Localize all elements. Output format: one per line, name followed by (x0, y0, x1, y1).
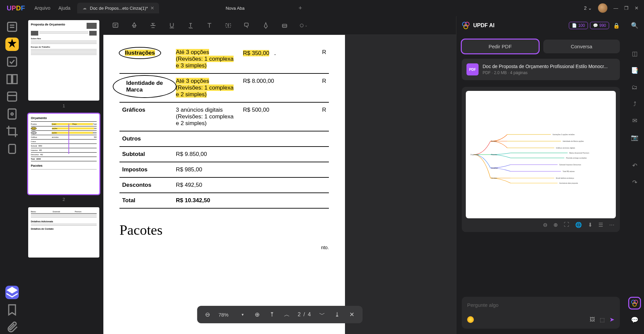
page-thumbnail-2[interactable]: Orçamento ProdutoQuantPreçoTotal Ilustro… (28, 114, 99, 194)
mindmap-web-icon[interactable]: 🌐 (575, 222, 582, 228)
document-page[interactable]: Ilustrações Até 3 opções(Revisões: 1 com… (103, 35, 345, 334)
rail-crop-icon[interactable] (5, 125, 19, 138)
mindmap-more-icon[interactable]: ⋯ (609, 222, 614, 228)
svg-rect-11 (113, 23, 118, 27)
callout-icon[interactable] (243, 21, 251, 30)
squiggly-icon[interactable] (187, 21, 195, 30)
rail-organize-icon[interactable] (5, 72, 19, 86)
mindmap-zoom-out-icon[interactable]: ⊖ (543, 222, 547, 228)
minimize-icon[interactable]: — (613, 5, 618, 11)
underline-icon[interactable] (168, 21, 176, 30)
ai-chat-badge[interactable]: 💬 990 (590, 22, 609, 29)
lock-icon[interactable]: 🔒 (613, 22, 620, 29)
redo-icon[interactable]: ↷ (629, 177, 640, 188)
last-page-icon[interactable]: ⤓ (333, 311, 341, 318)
rail-reader-icon[interactable] (5, 20, 19, 34)
mindmap-zoom-in-icon[interactable]: ⊕ (553, 222, 558, 228)
rail-edit-icon[interactable] (5, 55, 19, 68)
shape-icon[interactable]: ⌄ (299, 21, 307, 30)
row-price: R$ 500,00 (240, 102, 311, 131)
convert-icon[interactable]: 📑 (629, 65, 640, 76)
svg-rect-4 (7, 75, 11, 84)
mindmap-fit-icon[interactable]: ⛶ (564, 222, 569, 228)
crop-icon[interactable]: ⬚ (600, 317, 605, 323)
ai-document-card[interactable]: PDF Doc de Proposta de Orçamento Profiss… (462, 59, 620, 80)
ai-input-placeholder: Pergunte algo (467, 302, 614, 308)
rail-comment-icon[interactable] (5, 38, 19, 51)
document-tab-active[interactable]: ☁ Doc de Propos...eto Cinza(1)* ✕ (77, 3, 159, 13)
note-icon[interactable] (111, 21, 119, 30)
rail-attachment-icon[interactable] (5, 321, 19, 334)
menu-ajuda[interactable]: Ajuda (58, 5, 70, 11)
ai-assistant-icon[interactable] (629, 298, 640, 309)
page-indicator[interactable]: 2 / 4 (298, 312, 311, 318)
rail-tools-icon[interactable] (5, 90, 19, 103)
prev-page-icon[interactable]: ︿ (283, 311, 291, 319)
svg-text:Identidade de Marca opções: Identidade de Marca opções (563, 140, 584, 142)
page-thumbnail-3[interactable]: BásicoEssencialPremium Detalhes Adiciona… (28, 207, 99, 258)
mindmap-preview[interactable]: Orçamento EscopoPacotesDetalhesContato I… (466, 91, 616, 218)
svg-rect-14 (133, 25, 135, 27)
ai-input-box[interactable]: Pergunte algo 🖼 ⬚ ➤ (462, 297, 620, 329)
batch-icon[interactable]: 🗂 (629, 82, 640, 93)
row-r: R (311, 45, 329, 73)
first-page-icon[interactable]: ⤒ (268, 311, 276, 318)
image-icon[interactable]: 🖼 (590, 317, 595, 323)
mindmap-download-icon[interactable]: ⬇ (588, 222, 592, 228)
zoom-in-icon[interactable]: ⊕ (253, 311, 261, 318)
svg-rect-5 (13, 75, 17, 84)
close-icon[interactable]: ✕ (150, 5, 154, 11)
rail-bookmark-icon[interactable] (5, 303, 19, 317)
highlight-icon[interactable] (130, 21, 138, 30)
pencil-icon[interactable] (262, 21, 270, 30)
row-label: Subtotal (119, 147, 173, 162)
zoom-dropdown-icon[interactable]: ▾ (239, 312, 247, 317)
row-price: R$ 350,00 (243, 50, 269, 56)
document-tab-new[interactable]: Nova Aba (221, 3, 249, 13)
eraser-icon[interactable] (281, 21, 289, 30)
rail-protect-icon[interactable] (5, 107, 19, 121)
maximize-icon[interactable]: ❐ (624, 5, 629, 11)
mindmap-list-icon[interactable]: ☰ (598, 222, 603, 228)
menu-arquivo[interactable]: Arquivo (34, 5, 50, 11)
email-icon[interactable]: ✉ (629, 115, 640, 126)
window-count[interactable]: 2 ⌄ (584, 5, 592, 11)
new-tab-icon[interactable]: + (298, 5, 303, 11)
zoom-percent[interactable]: 78% (218, 312, 232, 318)
svg-text:Email telefone endereço: Email telefone endereço (556, 177, 574, 179)
zoom-out-icon[interactable]: ⊖ (204, 311, 212, 318)
pdf-icon: PDF (466, 63, 479, 75)
text-icon[interactable] (205, 21, 213, 30)
rail-page-icon[interactable] (5, 142, 19, 156)
row-desc: e 2 simples) (176, 120, 207, 126)
close-window-icon[interactable]: ✕ (635, 5, 639, 11)
user-avatar[interactable] (598, 3, 607, 13)
textbox-icon[interactable] (224, 21, 232, 30)
share-icon[interactable]: ⤴ (629, 99, 640, 109)
rail-layers-icon[interactable] (5, 286, 19, 299)
ai-credits-badge[interactable]: 📄 100 (569, 22, 588, 29)
row-label: Ilustrações (125, 50, 155, 56)
page-thumbnail-1[interactable]: Proposta de Orçamento Sobre Nós Escopo d… (28, 20, 99, 101)
ai-tab-pedir[interactable]: Pedir PDF (462, 40, 539, 53)
row-r: R (311, 73, 329, 102)
close-zoom-icon[interactable]: ✕ (348, 311, 356, 318)
ai-doc-title: Doc de Proposta de Orçamento Profissiona… (483, 64, 615, 69)
ai-panel: UPDF AI 📄 100 💬 990 🔒 Pedir PDF Conversa… (456, 16, 625, 334)
thumb-number: 2 (28, 197, 99, 202)
row-price: R$ 8.000,00 (240, 73, 311, 102)
lightbulb-icon[interactable] (467, 316, 474, 323)
ocr-icon[interactable]: ◫ (629, 48, 640, 59)
comments-icon[interactable]: 💬 (629, 315, 640, 325)
section-text: nto. (119, 245, 329, 250)
svg-point-19 (300, 24, 303, 27)
row-desc: 3 anúncios digitais (176, 107, 223, 113)
ai-tab-conversa[interactable]: Conversa (543, 40, 620, 53)
strikethrough-icon[interactable] (149, 21, 157, 30)
next-page-icon[interactable]: ﹀ (318, 311, 326, 319)
row-value: R$ 10.342,50 (173, 193, 329, 208)
screenshot-icon[interactable]: 📷 (629, 132, 640, 143)
undo-icon[interactable]: ↶ (629, 160, 640, 171)
send-icon[interactable]: ➤ (609, 316, 614, 323)
search-icon[interactable]: 🔍 (629, 20, 640, 31)
